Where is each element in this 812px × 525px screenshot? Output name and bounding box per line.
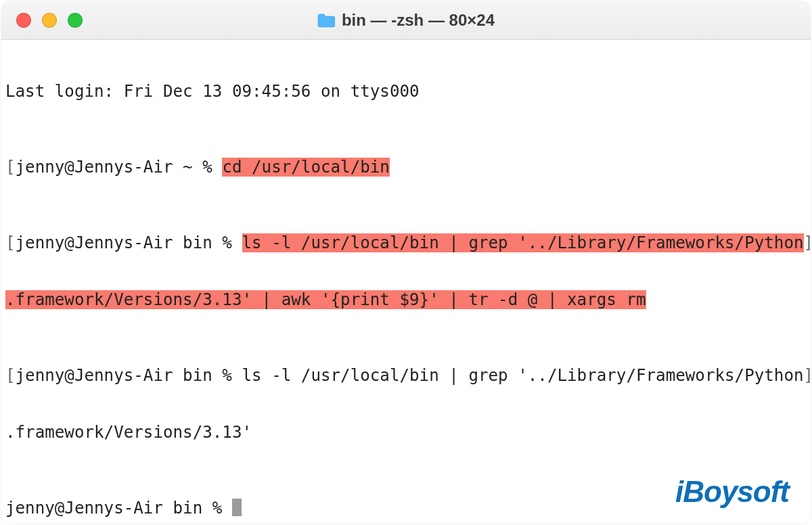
cmd-line-1: [jenny@Jennys-Air ~ % cd /usr/local/bin [5,158,807,177]
zoom-icon[interactable] [68,13,83,28]
title-center: bin — -zsh — 80×24 [1,11,811,30]
traffic-lights [16,13,83,28]
cmd-line-2a: [jenny@Jennys-Air bin % ls -l /usr/local… [5,233,807,252]
cmd-highlight: ls -l /usr/local/bin | grep '../Library/… [242,233,804,252]
cmd-line-2b: .framework/Versions/3.13' | awk '{print … [5,290,807,309]
titlebar: bin — -zsh — 80×24 [1,1,811,40]
prompt: jenny@Jennys-Air bin % [5,499,232,518]
cmd-line-3b: .framework/Versions/3.13' [5,423,807,442]
cmd-highlight: .framework/Versions/3.13' | awk '{print … [5,290,646,309]
prompt: jenny@Jennys-Air bin % [16,233,242,252]
cmd-highlight: cd /usr/local/bin [222,158,390,177]
cmd-text: ls -l /usr/local/bin | grep '../Library/… [242,366,804,385]
minimize-icon[interactable] [42,13,57,28]
prompt: jenny@Jennys-Air ~ % [16,158,223,177]
folder-icon [317,13,335,28]
prompt: jenny@Jennys-Air bin % [16,366,242,385]
watermark-logo: iBoysoft [675,475,789,509]
cursor-icon [232,499,242,516]
window-title: bin — -zsh — 80×24 [342,11,495,30]
cmd-text: .framework/Versions/3.13' [5,423,252,442]
close-icon[interactable] [16,13,31,28]
login-line: Last login: Fri Dec 13 09:45:56 on ttys0… [5,82,807,101]
terminal-output[interactable]: Last login: Fri Dec 13 09:45:56 on ttys0… [1,40,811,524]
terminal-window: bin — -zsh — 80×24 Last login: Fri Dec 1… [1,1,811,524]
cmd-line-3a: [jenny@Jennys-Air bin % ls -l /usr/local… [5,366,807,385]
